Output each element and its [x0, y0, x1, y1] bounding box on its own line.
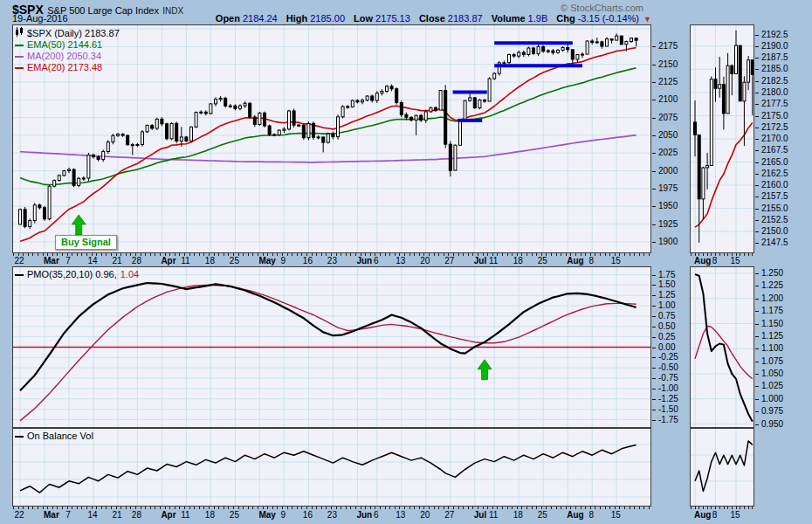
x-axis-label: Jun [356, 510, 372, 520]
y-axis-tick [755, 336, 759, 337]
x-axis-label: Mar [44, 510, 59, 520]
high-label: High [286, 13, 307, 24]
y-axis-tick [652, 285, 656, 286]
y-axis-label: 0.25 [658, 333, 675, 341]
y-axis-tick [755, 35, 759, 36]
pmo-legend: PMO(35,20,10) 0.96, 1.04 [15, 269, 139, 280]
x-axis-label: 23 [327, 256, 337, 265]
y-axis-label: -0.25 [658, 353, 678, 362]
y-axis-label: 2150 [658, 60, 678, 69]
x-axis-label: 21 [112, 510, 121, 520]
y-axis-label: 1.225 [761, 281, 783, 290]
y-axis-tick [755, 139, 759, 140]
y-axis-tick [652, 337, 656, 338]
pmo-plot [13, 267, 650, 427]
x-axis-label: 6 [374, 256, 379, 265]
y-axis-label: 2155.0 [761, 204, 788, 213]
y-axis-label: 1.00 [658, 301, 675, 310]
y-axis-label: 1.150 [761, 320, 783, 328]
y-axis-tick [652, 206, 656, 207]
candlestick-chart-icon [15, 27, 24, 39]
volume-value: 1.9B [528, 13, 548, 24]
y-axis-label: 1.50 [658, 280, 675, 289]
obv-plot [13, 429, 650, 506]
y-axis-tick [755, 424, 759, 425]
y-axis-label: 0.50 [658, 322, 675, 331]
y-axis-tick [652, 100, 656, 100]
y-axis-tick [652, 327, 656, 328]
y-axis-tick [652, 118, 656, 119]
y-axis-label: 2157.5 [761, 192, 788, 201]
x-axis-label: Aug [567, 510, 583, 520]
x-axis-label: 25 [538, 256, 547, 265]
y-axis-label: 2000 [658, 167, 678, 176]
y-axis-tick [755, 324, 759, 325]
y-axis-tick [652, 46, 656, 47]
x-axis-label: 9 [281, 510, 286, 520]
x-axis-label: 9 [281, 256, 286, 265]
y-axis-label: 1.100 [761, 344, 783, 353]
y-axis-tick [652, 82, 656, 83]
obv-zoom-inset-panel [690, 428, 754, 507]
x-axis-label: 15 [730, 510, 740, 520]
y-axis-label: 1975 [658, 184, 678, 193]
x-axis-label: 8 [712, 510, 718, 520]
obv-swatch [15, 436, 24, 438]
x-axis-label: 7 [65, 510, 71, 520]
y-axis-label: 1.000 [761, 395, 783, 403]
ma200-swatch [15, 56, 24, 58]
y-axis-label: 2147.5 [761, 238, 788, 247]
y-axis-tick [755, 196, 759, 197]
x-axis-label: Apr [161, 510, 175, 520]
chg-value: -3.15 (-0.14%) [578, 13, 639, 24]
y-axis-label: 2025 [658, 148, 678, 157]
y-axis-tick [652, 275, 656, 276]
y-axis-tick [755, 128, 759, 128]
obv-legend: On Balance Vol [15, 431, 93, 442]
y-axis-label: 2190.0 [761, 42, 788, 51]
obv-panel [12, 428, 651, 507]
x-axis-label: 8 [588, 256, 594, 265]
y-axis-label: -0.50 [658, 363, 678, 372]
x-axis-label: Apr [161, 256, 175, 265]
x-axis-label: 18 [205, 510, 215, 520]
y-axis-tick [755, 286, 759, 286]
y-axis-tick [652, 410, 656, 410]
y-axis-tick [652, 224, 656, 225]
y-axis-tick [755, 81, 759, 82]
x-axis-label: 16 [303, 256, 313, 265]
x-axis-label: 18 [205, 256, 215, 265]
x-axis-label: 20 [420, 510, 430, 520]
y-axis-label: 1.025 [761, 382, 783, 390]
y-axis-label: 2192.5 [761, 31, 788, 39]
y-axis-tick [755, 185, 759, 186]
x-axis-label: 7 [65, 256, 71, 265]
y-axis-tick [755, 104, 759, 105]
y-axis-tick [755, 58, 759, 59]
y-axis-label: 0.75 [658, 312, 675, 321]
y-axis-label: 2075 [658, 114, 678, 122]
pmo-indicator-panel [12, 266, 651, 428]
y-axis-label: 2180.0 [761, 88, 788, 97]
x-axis-label: 15 [611, 256, 621, 265]
buy-signal-callout: Buy Signal [55, 235, 117, 250]
x-axis-label: 25 [230, 256, 239, 265]
ema50-swatch [15, 45, 24, 46]
y-axis-tick [755, 209, 759, 210]
y-axis-label: -1.50 [658, 405, 678, 414]
y-axis-label: 2160.0 [761, 181, 788, 190]
y-axis-label: 2185.0 [761, 65, 788, 73]
x-axis-label: 25 [230, 510, 239, 520]
x-axis-label: 13 [396, 510, 405, 520]
x-axis-label: 14 [87, 256, 97, 265]
x-axis-label: 27 [444, 256, 454, 265]
y-axis-label: 0.950 [761, 420, 783, 429]
x-axis-label: 22 [14, 256, 24, 265]
y-axis-label: -1.75 [658, 416, 678, 424]
y-axis-tick [652, 368, 656, 369]
y-axis-label: 2050 [658, 131, 678, 140]
x-axis-label: Mar [44, 256, 59, 265]
copyright: © StockCharts.com [483, 3, 643, 13]
y-axis-label: 2175 [658, 42, 678, 51]
open-value: 2184.24 [243, 13, 278, 24]
